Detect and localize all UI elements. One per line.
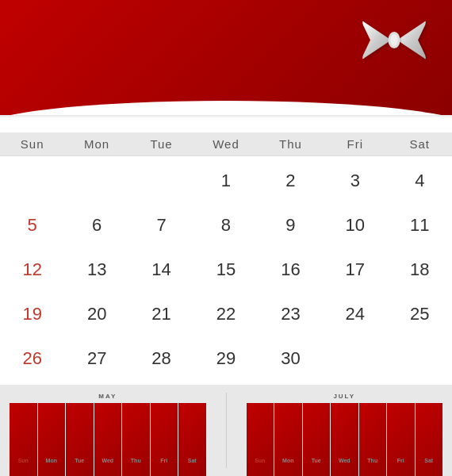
mini-header: Wed bbox=[331, 403, 358, 476]
header-shadow bbox=[0, 115, 452, 118]
calendar-day: 14 bbox=[129, 248, 193, 291]
calendar-day: 16 bbox=[259, 248, 323, 291]
calendar-day: 3 bbox=[323, 159, 387, 202]
calendar-day: 24 bbox=[323, 293, 387, 336]
bowtie-icon bbox=[358, 14, 430, 66]
calendar-day: 10 bbox=[323, 204, 387, 247]
calendar-day: 6 bbox=[64, 204, 128, 247]
day-name-mon: Mon bbox=[64, 137, 128, 151]
mini-header: Wed bbox=[94, 403, 122, 476]
mini-header: Fri bbox=[387, 403, 415, 476]
calendar-day: 20 bbox=[64, 293, 128, 336]
calendar-day: 12 bbox=[0, 248, 64, 291]
calendar-day: 9 bbox=[259, 204, 323, 247]
calendar-day: 2 bbox=[259, 159, 323, 202]
day-name-sun: Sun bbox=[0, 137, 64, 151]
calendar-day: 18 bbox=[388, 248, 452, 291]
calendar-day: 15 bbox=[193, 248, 258, 291]
mini-cal-may-title: MAY bbox=[10, 393, 206, 400]
mini-header: Tue bbox=[303, 403, 331, 476]
calendar-day bbox=[323, 337, 387, 380]
calendar-day: 13 bbox=[64, 248, 128, 291]
calendar-day: 30 bbox=[259, 337, 323, 380]
calendar-day: 5 bbox=[0, 204, 64, 247]
days-header: SunMonTueWedThuFriSat bbox=[0, 132, 452, 156]
svg-point-1 bbox=[391, 34, 398, 46]
mini-header: Sun bbox=[10, 403, 37, 476]
mini-cal-july: JULY SunMonTueWedThuFriSat12345678910111… bbox=[247, 393, 443, 468]
calendar-day: 11 bbox=[388, 204, 452, 247]
mini-header: Thu bbox=[122, 403, 150, 476]
day-name-wed: Wed bbox=[193, 137, 258, 151]
calendar-day: 7 bbox=[129, 204, 193, 247]
day-name-tue: Tue bbox=[129, 137, 193, 151]
calendar-day: 23 bbox=[259, 293, 323, 336]
calendar-day: 26 bbox=[0, 337, 64, 380]
day-name-sat: Sat bbox=[388, 137, 452, 151]
mini-header: Sat bbox=[178, 403, 206, 476]
calendar-day: 25 bbox=[388, 293, 452, 336]
calendar-day bbox=[0, 159, 64, 202]
calendar-day bbox=[129, 159, 193, 202]
calendar-day: 17 bbox=[323, 248, 387, 291]
day-name-fri: Fri bbox=[323, 137, 387, 151]
calendar-day: 22 bbox=[193, 293, 258, 336]
calendar-day: 27 bbox=[64, 337, 128, 380]
calendar-day: 1 bbox=[193, 159, 258, 202]
day-name-thu: Thu bbox=[259, 137, 323, 151]
calendar-day: 21 bbox=[129, 293, 193, 336]
calendar-day: 4 bbox=[388, 159, 452, 202]
calendar-day bbox=[388, 337, 452, 380]
mini-header: Sat bbox=[416, 403, 443, 476]
calendar-day: 8 bbox=[193, 204, 258, 247]
mini-header: Fri bbox=[151, 403, 178, 476]
mini-header: Tue bbox=[66, 403, 94, 476]
mini-header: Mon bbox=[38, 403, 66, 476]
calendar: SunMonTueWedThuFriSat 123456789101112131… bbox=[0, 0, 452, 476]
mini-cal-july-grid: SunMonTueWedThuFriSat1234567891011121314… bbox=[247, 403, 443, 476]
calendar-header bbox=[0, 0, 452, 115]
mini-header: Thu bbox=[359, 403, 387, 476]
calendar-day: 19 bbox=[0, 293, 64, 336]
mini-header: Mon bbox=[274, 403, 302, 476]
mini-cal-may: MAY SunMonTueWedThuFriSat123456789101112… bbox=[10, 393, 206, 468]
mini-cal-may-grid: SunMonTueWedThuFriSat1234567891011121314… bbox=[10, 403, 206, 476]
calendar-grid: 1234567891011121314151617181920212223242… bbox=[0, 156, 452, 385]
calendar-day bbox=[64, 159, 128, 202]
calendar-day: 29 bbox=[193, 337, 258, 380]
mini-calendars: MAY SunMonTueWedThuFriSat123456789101112… bbox=[0, 385, 452, 476]
calendar-day: 28 bbox=[129, 337, 193, 380]
mini-header: Sun bbox=[247, 403, 274, 476]
mini-cal-july-title: JULY bbox=[247, 393, 443, 400]
